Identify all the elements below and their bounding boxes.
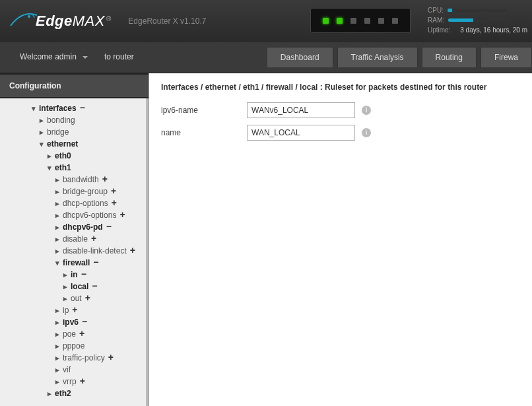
ram-label: RAM: [428,15,444,25]
config-tree: ▾interfaces− ▸bonding ▸bridge ▾ethernet … [0,98,149,406]
tree-eth1[interactable]: ▾eth1 [0,162,146,174]
tree-firewall-local[interactable]: ▸local− [0,281,146,292]
to-router-link[interactable]: to router [104,52,134,61]
cpu-bar [448,9,507,12]
tree-eth0[interactable]: ▸eth0 [0,150,146,162]
tree-traffic-policy[interactable]: ▸traffic-policy+ [0,352,146,364]
led-4 [364,18,370,24]
tab-firewall[interactable]: Firewa [481,47,532,67]
tree-disable-link-detect[interactable]: ▸disable-link-detect+ [0,245,146,257]
secondary-bar: Welcome admin to router Dashboard Traffi… [0,42,532,73]
led-5 [378,18,384,24]
tree-bridge-group[interactable]: ▸bridge-group+ [0,186,146,197]
tree-ip[interactable]: ▸ip+ [0,304,146,316]
tree-ethernet[interactable]: ▾ethernet [0,138,146,150]
tree-eth2[interactable]: ▸eth2 [0,388,146,399]
welcome-text: Welcome admin [20,52,77,61]
sidebar: Configuration ▾interfaces− ▸bonding ▸bri… [0,73,149,406]
info-icon[interactable]: i [362,106,371,115]
welcome-menu[interactable]: Welcome admin [20,52,88,61]
tree-disable[interactable]: ▸disable+ [0,233,146,245]
name-label: name [161,128,247,137]
led-2 [337,18,343,24]
tree-vif[interactable]: ▸vif [0,364,146,376]
field-ipv6-name: ipv6-name i [161,102,520,118]
tree-firewall[interactable]: ▾firewall− [0,257,146,269]
registered-icon: ® [106,15,111,22]
logo-swoosh-icon [9,13,34,30]
tree-poe[interactable]: ▸poe+ [0,328,146,340]
tree-firewall-out[interactable]: ▸out+ [0,292,146,304]
uptime-value: 3 days, 16 hours, 20 m [460,25,527,35]
info-icon[interactable]: i [362,128,371,137]
tree-bridge[interactable]: ▸bridge [0,126,146,138]
system-info: CPU: RAM: Uptime: 3 days, 16 hours, 20 m [428,5,527,35]
tree-interfaces[interactable]: ▾interfaces− [0,102,146,114]
tree-ipv6[interactable]: ▸ipv6− [0,316,146,328]
led-1 [323,18,329,24]
tree-pppoe[interactable]: ▸pppoe [0,340,146,352]
chevron-down-icon [83,56,88,59]
name-input[interactable] [247,125,355,141]
product-name: EdgeRouter X v1.10.7 [128,17,206,26]
tree-vrrp[interactable]: ▸vrrp+ [0,376,146,388]
sidebar-title: Configuration [0,73,149,98]
uptime-label: Uptime: [428,25,450,35]
tree-dhcpv6-pd[interactable]: ▸dhcpv6-pd− [0,221,146,233]
tree-firewall-in[interactable]: ▸in− [0,269,146,281]
tree-bonding[interactable]: ▸bonding [0,114,146,126]
tab-dashboard[interactable]: Dashboard [267,47,333,67]
content-area: Configuration ▾interfaces− ▸bonding ▸bri… [0,73,532,406]
main-panel: Interfaces / ethernet / eth1 / firewall … [149,73,532,406]
tab-traffic-analysis[interactable]: Traffic Analysis [337,47,418,67]
field-name: name i [161,125,520,141]
main-tabs: Dashboard Traffic Analysis Routing Firew… [267,47,532,67]
tree-dhcp-options[interactable]: ▸dhcp-options+ [0,197,146,209]
app-header: EdgeMAX ® EdgeRouter X v1.10.7 CPU: RAM:… [0,0,532,42]
tree-bandwidth[interactable]: ▸bandwidth+ [0,174,146,186]
svg-point-0 [28,15,30,18]
port-led-panel [310,8,411,33]
tab-routing[interactable]: Routing [422,47,477,67]
ram-bar [448,18,508,22]
ipv6-name-label: ipv6-name [161,106,247,115]
tree-dhcpv6-options[interactable]: ▸dhcpv6-options+ [0,209,146,221]
ipv6-name-input[interactable] [247,102,355,118]
brand-text: EdgeMAX [36,13,105,30]
led-6 [392,18,398,24]
led-3 [350,18,356,24]
brand-logo: EdgeMAX ® [9,13,111,30]
cpu-label: CPU: [428,5,444,15]
breadcrumb: Interfaces / ethernet / eth1 / firewall … [161,83,520,92]
